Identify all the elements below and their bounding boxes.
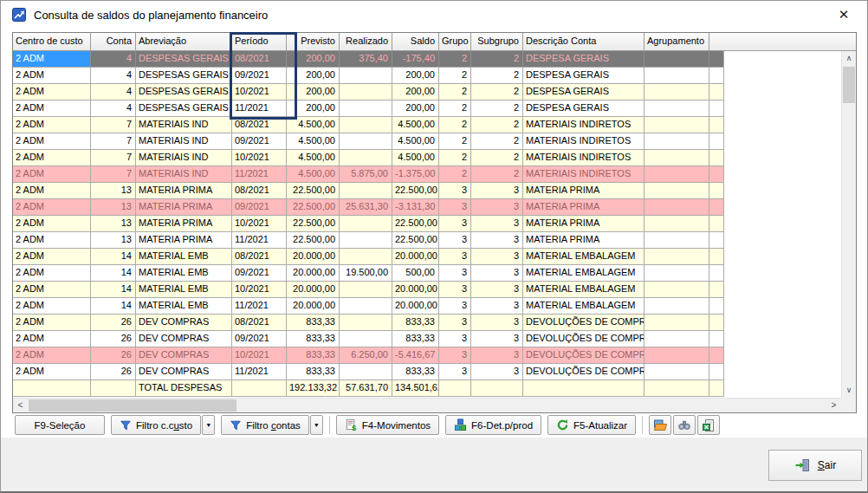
cell-agrupamento[interactable] [645, 315, 709, 331]
cell-descricao[interactable]: MATERIA PRIMA [523, 232, 645, 249]
cell-subgrupo[interactable] [471, 380, 523, 397]
cell-saldo[interactable]: 20.000,00 [392, 298, 439, 315]
cell-grupo[interactable]: 3 [439, 199, 471, 216]
column-header-saldo[interactable]: Saldo [392, 33, 439, 51]
filtro-contas-dropdown[interactable]: ▾ [310, 415, 323, 435]
cell-realizado[interactable] [340, 183, 392, 199]
cell-descricao[interactable] [523, 380, 645, 397]
cell-centro[interactable]: 2 ADM [13, 282, 91, 298]
cell-agrupamento[interactable] [645, 51, 709, 68]
horizontal-scrollbar[interactable]: < > [13, 398, 841, 412]
cell-abrev[interactable]: MATERIAL EMB [136, 282, 232, 298]
cell-periodo[interactable]: 11/2021 [232, 364, 287, 380]
scroll-right-arrow-icon[interactable]: > [826, 399, 841, 413]
cell-previsto[interactable]: 20.000,00 [287, 298, 340, 315]
cell-previsto[interactable]: 833,33 [287, 315, 340, 331]
cell-periodo[interactable]: 08/2021 [232, 249, 287, 265]
cell-periodo[interactable]: 09/2021 [232, 199, 287, 216]
cell-descricao[interactable]: MATERIA PRIMA [523, 183, 645, 199]
cell-previsto[interactable]: 22.500,00 [287, 199, 340, 216]
scroll-down-arrow-icon[interactable]: ∨ [842, 383, 856, 398]
cell-previsto[interactable]: 833,33 [287, 331, 340, 347]
cell-realizado[interactable] [340, 282, 392, 298]
cell-periodo[interactable]: 10/2021 [232, 150, 287, 166]
table-row[interactable]: 2 ADM13MATERIA PRIMA10/202122.500,0022.5… [13, 216, 724, 232]
cell-periodo[interactable]: 09/2021 [232, 68, 287, 84]
cell-grupo[interactable]: 2 [439, 84, 471, 101]
cell-realizado[interactable] [340, 298, 392, 315]
cell-centro[interactable]: 2 ADM [13, 51, 91, 68]
export-excel-button[interactable] [697, 415, 720, 435]
cell-realizado[interactable]: 6.250,00 [340, 347, 392, 364]
cell-realizado[interactable] [340, 101, 392, 117]
cell-centro[interactable]: 2 ADM [13, 183, 91, 199]
cell-conta[interactable]: 4 [91, 68, 136, 84]
cell-periodo[interactable]: 09/2021 [232, 133, 287, 150]
column-header-abrev[interactable]: Abreviação [136, 33, 232, 51]
cell-descricao[interactable]: MATERIAIS INDIRETOS [523, 133, 645, 150]
cell-agrupamento[interactable] [645, 68, 709, 84]
table-row[interactable]: 2 ADM4DESPESAS GERAIS08/2021200,00375,40… [13, 51, 724, 68]
cell-descricao[interactable]: MATERIAL EMBALAGEM [523, 265, 645, 282]
cell-saldo[interactable]: 200,00 [392, 68, 439, 84]
cell-periodo[interactable]: 11/2021 [232, 298, 287, 315]
close-button[interactable]: ✕ [831, 3, 857, 26]
cell-subgrupo[interactable]: 3 [471, 232, 523, 249]
cell-agrupamento[interactable] [645, 282, 709, 298]
cell-abrev[interactable]: MATERIA PRIMA [136, 232, 232, 249]
f4-movimentos-button[interactable]: $ F4-Movimentos [336, 415, 439, 435]
cell-saldo[interactable]: -1.375,00 [392, 166, 439, 183]
cell-agrupamento[interactable] [645, 298, 709, 315]
cell-realizado[interactable] [340, 249, 392, 265]
cell-subgrupo[interactable]: 3 [471, 216, 523, 232]
cell-conta[interactable]: 14 [91, 282, 136, 298]
filtro-ccusto-button[interactable]: Filtro c.custo [111, 415, 201, 435]
cell-centro[interactable]: 2 ADM [13, 232, 91, 249]
cell-periodo[interactable]: 10/2021 [232, 84, 287, 101]
cell-abrev[interactable]: MATERIAL EMB [136, 265, 232, 282]
cell-conta[interactable]: 7 [91, 133, 136, 150]
table-row[interactable]: 2 ADM13MATERIA PRIMA09/202122.500,0025.6… [13, 199, 724, 216]
cell-descricao[interactable]: MATERIAL EMBALAGEM [523, 282, 645, 298]
cell-realizado[interactable]: 25.631,30 [340, 199, 392, 216]
cell-subgrupo[interactable]: 3 [471, 347, 523, 364]
table-row[interactable]: 2 ADM4DESPESAS GERAIS11/2021200,00200,00… [13, 101, 724, 117]
cell-centro[interactable]: 2 ADM [13, 133, 91, 150]
cell-grupo[interactable] [439, 380, 471, 397]
cell-subgrupo[interactable]: 2 [471, 133, 523, 150]
cell-descricao[interactable]: DEVOLUÇÕES DE COMPRAS [523, 315, 645, 331]
cell-realizado[interactable]: 19.500,00 [340, 265, 392, 282]
cell-abrev[interactable]: DESPESAS GERAIS [136, 101, 232, 117]
cell-realizado[interactable]: 375,40 [340, 51, 392, 68]
cell-agrupamento[interactable] [645, 84, 709, 101]
table-row[interactable]: 2 ADM7MATERIAIS IND08/20214.500,004.500,… [13, 117, 724, 133]
cell-centro[interactable]: 2 ADM [13, 199, 91, 216]
cell-periodo[interactable]: 10/2021 [232, 347, 287, 364]
cell-descricao[interactable]: MATERIAIS INDIRETOS [523, 166, 645, 183]
cell-conta[interactable]: 13 [91, 183, 136, 199]
table-row[interactable]: 2 ADM7MATERIAIS IND11/20214.500,005.875,… [13, 166, 724, 183]
cell-grupo[interactable]: 2 [439, 166, 471, 183]
cell-abrev[interactable]: MATERIAL EMB [136, 298, 232, 315]
cell-abrev[interactable]: DEV COMPRAS [136, 315, 232, 331]
cell-realizado[interactable] [340, 232, 392, 249]
cell-saldo[interactable]: 22.500,00 [392, 216, 439, 232]
cell-conta[interactable]: 26 [91, 364, 136, 380]
cell-conta[interactable]: 7 [91, 166, 136, 183]
cell-saldo[interactable]: 20.000,00 [392, 282, 439, 298]
f9-selecao-button[interactable]: F9-Seleção [15, 415, 105, 435]
column-header-grupo[interactable]: Grupo [439, 33, 471, 51]
cell-centro[interactable]: 2 ADM [13, 117, 91, 133]
cell-grupo[interactable]: 3 [439, 364, 471, 380]
cell-agrupamento[interactable] [645, 133, 709, 150]
cell-conta[interactable]: 26 [91, 315, 136, 331]
cell-realizado[interactable] [340, 68, 392, 84]
cell-subgrupo[interactable]: 2 [471, 84, 523, 101]
cell-subgrupo[interactable]: 2 [471, 101, 523, 117]
column-header-descricao[interactable]: Descrição Conta [523, 33, 645, 51]
cell-subgrupo[interactable]: 3 [471, 199, 523, 216]
cell-conta[interactable]: 4 [91, 84, 136, 101]
cell-conta[interactable]: 13 [91, 199, 136, 216]
cell-realizado[interactable] [340, 216, 392, 232]
cell-centro[interactable]: 2 ADM [13, 347, 91, 364]
